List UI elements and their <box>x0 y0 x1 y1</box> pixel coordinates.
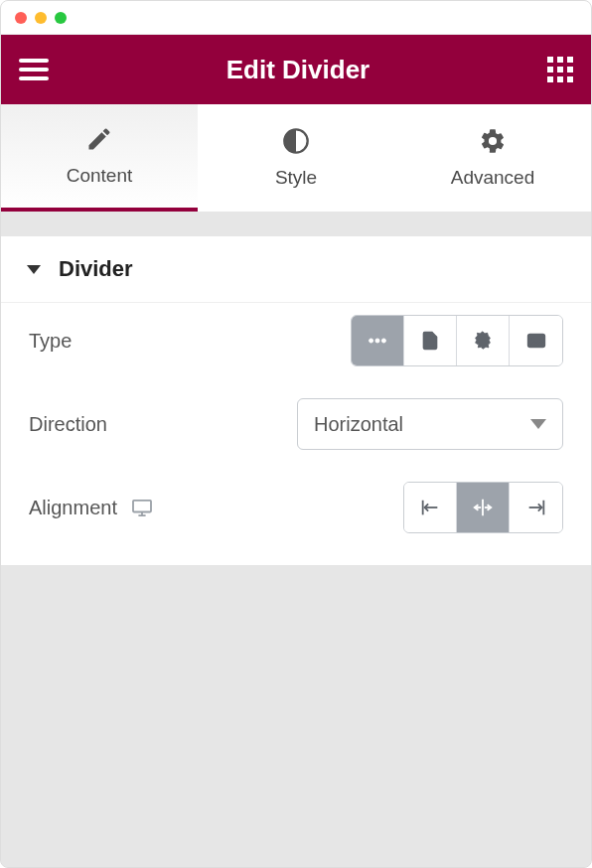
pencil-icon <box>85 125 113 153</box>
panel-header: Edit Divider <box>1 35 591 104</box>
section-title: Divider <box>59 256 133 282</box>
type-button-group <box>351 315 563 366</box>
empty-area <box>1 565 591 867</box>
tab-style[interactable]: Style <box>198 104 394 212</box>
window-zoom-icon[interactable] <box>55 12 67 24</box>
alignment-button-group <box>403 482 563 533</box>
badge-icon <box>472 330 494 352</box>
row-alignment: Alignment <box>29 480 563 535</box>
svg-rect-8 <box>133 501 151 512</box>
direction-value: Horizontal <box>314 413 403 436</box>
align-right-button[interactable] <box>510 483 562 532</box>
type-option-file[interactable] <box>404 316 457 365</box>
image-icon <box>525 330 547 352</box>
svg-point-1 <box>370 339 373 343</box>
gear-icon <box>479 127 507 155</box>
type-label: Type <box>29 330 72 353</box>
section-header[interactable]: Divider <box>1 236 591 303</box>
controls-panel: Type Direction Horizontal <box>1 303 591 565</box>
alignment-label: Alignment <box>29 497 117 519</box>
tab-label: Style <box>275 167 317 189</box>
align-center-icon <box>472 497 494 518</box>
chevron-down-icon <box>530 419 546 429</box>
file-icon <box>419 330 441 352</box>
direction-label: Direction <box>29 413 107 436</box>
tab-content[interactable]: Content <box>1 104 198 212</box>
align-center-button[interactable] <box>457 483 510 532</box>
direction-select[interactable]: Horizontal <box>297 398 563 450</box>
type-option-badge[interactable] <box>457 316 510 365</box>
tab-label: Advanced <box>451 167 535 189</box>
panel-title: Edit Divider <box>226 55 370 85</box>
type-option-dots[interactable] <box>352 316 404 365</box>
dots-icon <box>367 330 388 352</box>
spacer <box>1 212 591 236</box>
svg-point-3 <box>381 339 385 343</box>
window-titlebar <box>1 1 591 35</box>
menu-icon[interactable] <box>19 59 49 80</box>
contrast-icon <box>282 127 310 155</box>
tabs: Content Style Advanced <box>1 104 591 212</box>
align-right-icon <box>525 497 547 518</box>
row-direction: Direction Horizontal <box>29 396 563 452</box>
window-close-icon[interactable] <box>15 12 27 24</box>
window-minimize-icon[interactable] <box>35 12 47 24</box>
align-left-icon <box>419 497 441 518</box>
apps-icon[interactable] <box>547 57 573 82</box>
desktop-icon[interactable] <box>131 499 153 516</box>
tab-label: Content <box>67 165 133 187</box>
svg-point-7 <box>531 338 534 341</box>
align-left-button[interactable] <box>404 483 457 532</box>
row-type: Type <box>29 313 563 368</box>
chevron-down-icon <box>27 265 41 274</box>
tab-advanced[interactable]: Advanced <box>394 104 591 212</box>
svg-point-2 <box>375 339 379 343</box>
type-option-image[interactable] <box>510 316 562 365</box>
